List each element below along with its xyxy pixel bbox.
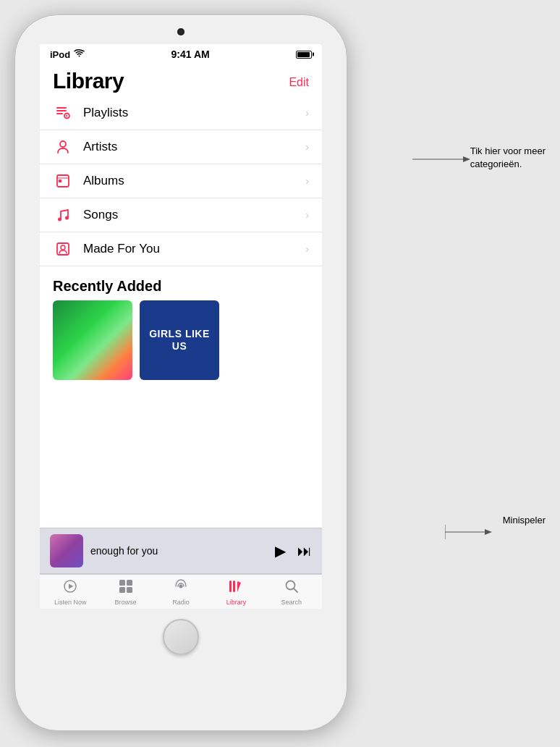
listen-now-icon [62,578,78,598]
chevron-icon: › [305,107,309,119]
edit-button[interactable]: Edit [289,69,309,89]
svg-point-9 [58,218,61,221]
listen-now-label: Listen Now [54,599,87,606]
browse-icon [118,578,134,598]
svg-marker-25 [463,156,470,162]
miniplayer-callout: Minispeler [503,514,546,527]
svg-rect-21 [233,581,235,592]
library-icon [228,578,244,598]
library-label: Library [226,599,247,606]
library-list: Playlists › Artists › [40,96,322,266]
mini-player[interactable]: enough for you ▶ ⏭ [40,528,322,574]
library-item-songs[interactable]: Songs › [40,198,322,232]
tab-listen-now[interactable]: Listen Now [43,578,98,606]
library-item-artists[interactable]: Artists › [40,130,322,164]
album-row: GIRLS LIKE US [40,300,322,384]
artist-icon [53,139,73,155]
miniplayer-callout-text: Minispeler [503,515,546,526]
tab-library[interactable]: Library [208,578,263,606]
tab-bar: Listen Now Browse [40,574,322,609]
chevron-icon: › [305,175,309,187]
made-for-you-icon [53,241,73,257]
svg-rect-0 [56,107,67,109]
home-button[interactable] [163,619,199,655]
album-icon [53,173,73,189]
page-title: Library [53,69,124,93]
artists-label: Artists [83,140,305,154]
svg-point-10 [65,216,69,220]
made-for-you-label: Made For You [83,242,305,256]
playlist-icon [53,105,73,121]
svg-rect-18 [127,587,132,593]
library-item-made-for-you[interactable]: Made For You › [40,232,322,266]
screen: iPod 9:41 AM [40,44,322,609]
search-icon [284,578,300,598]
svg-marker-28 [485,529,492,535]
mini-player-title: enough for you [90,545,268,557]
status-time: 9:41 AM [171,48,210,60]
album-thumb-1[interactable] [53,300,132,380]
browse-label: Browse [115,599,137,606]
album-thumb-2[interactable]: GIRLS LIKE US [140,300,219,380]
chevron-icon: › [305,243,309,255]
library-item-albums[interactable]: Albums › [40,164,322,198]
wifi-icon [74,49,85,60]
svg-line-23 [294,588,297,592]
song-icon [53,207,73,223]
mini-player-thumbnail [50,534,83,567]
ipod-device: iPod 9:41 AM [14,14,347,731]
main-content: Library Edit [40,63,322,609]
svg-point-5 [60,141,66,147]
svg-marker-4 [66,115,68,117]
radio-icon [173,578,189,598]
front-camera [177,28,184,35]
albums-label: Albums [83,174,305,188]
svg-rect-17 [119,587,125,593]
chevron-icon: › [305,209,309,221]
svg-rect-2 [56,113,63,114]
library-header: Library Edit [40,63,322,96]
svg-marker-14 [69,583,74,588]
recently-added-header: Recently Added [40,266,322,300]
status-bar: iPod 9:41 AM [40,44,322,63]
svg-point-12 [61,245,65,250]
carrier-label: iPod [50,49,70,60]
playlists-label: Playlists [83,106,305,120]
svg-rect-15 [119,580,125,586]
svg-rect-8 [59,180,61,182]
radio-label: Radio [172,599,190,606]
svg-rect-1 [56,110,67,111]
svg-rect-16 [127,580,132,586]
girls-like-us-label: GIRLS LIKE US [140,325,219,355]
mini-player-controls: ▶ ⏭ [275,542,312,560]
play-button[interactable]: ▶ [275,542,286,560]
songs-label: Songs [83,208,305,222]
forward-button[interactable]: ⏭ [297,543,312,560]
edit-callout-text: Tik hier voor meercategorieën. [470,145,546,169]
battery-icon [296,51,312,59]
tab-radio[interactable]: Radio [153,578,208,606]
library-item-playlists[interactable]: Playlists › [40,96,322,130]
svg-rect-20 [229,581,232,592]
search-label: Search [281,599,302,606]
tab-browse[interactable]: Browse [98,578,153,606]
chevron-icon: › [305,141,309,153]
tab-search[interactable]: Search [264,578,319,606]
svg-point-19 [179,584,183,588]
edit-callout: Tik hier voor meercategorieën. [470,145,546,171]
